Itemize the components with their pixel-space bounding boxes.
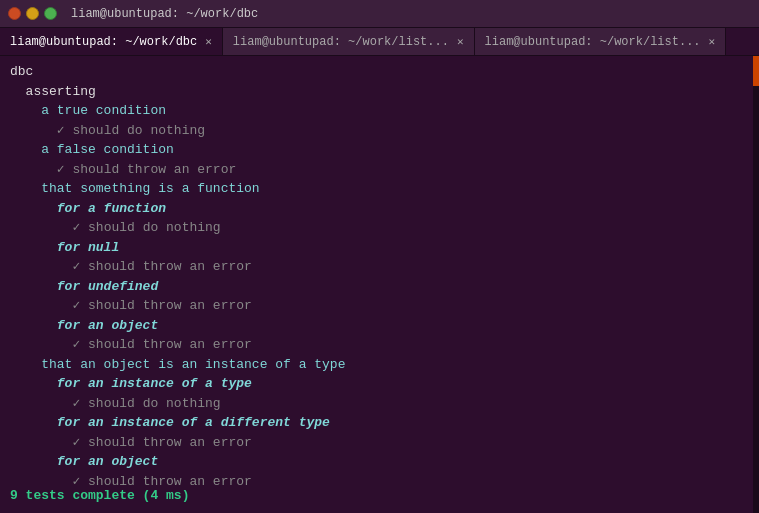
scrollbar-thumb[interactable] [753, 56, 759, 86]
terminal-line: for undefined [10, 277, 749, 297]
tab-2-close[interactable]: ✕ [709, 35, 716, 48]
terminal-line: that an object is an instance of a type [10, 355, 749, 375]
terminal-line: a true condition [10, 101, 749, 121]
terminal-line: for null [10, 238, 749, 258]
tab-2[interactable]: liam@ubuntupad: ~/work/list... ✕ [475, 28, 727, 55]
terminal-line: for an object [10, 452, 749, 472]
tab-bar: liam@ubuntupad: ~/work/dbc ✕ liam@ubuntu… [0, 28, 759, 56]
window-title: liam@ubuntupad: ~/work/dbc [71, 7, 258, 21]
window-controls [8, 7, 57, 20]
maximize-button[interactable] [44, 7, 57, 20]
terminal-line: ✓ should throw an error [10, 160, 749, 180]
minimize-button[interactable] [26, 7, 39, 20]
tab-1[interactable]: liam@ubuntupad: ~/work/list... ✕ [223, 28, 475, 55]
terminal-line: for an instance of a type [10, 374, 749, 394]
terminal-line: asserting [10, 82, 749, 102]
terminal-line: ✓ should throw an error [10, 257, 749, 277]
tab-1-close[interactable]: ✕ [457, 35, 464, 48]
terminal-line: dbc [10, 62, 749, 82]
terminal-line: for a function [10, 199, 749, 219]
terminal-line: that something is a function [10, 179, 749, 199]
terminal-line: ✓ should do nothing [10, 218, 749, 238]
tab-1-label: liam@ubuntupad: ~/work/list... [233, 35, 449, 49]
tab-0-close[interactable]: ✕ [205, 35, 212, 48]
tab-2-label: liam@ubuntupad: ~/work/list... [485, 35, 701, 49]
close-button[interactable] [8, 7, 21, 20]
terminal-line: for an object [10, 316, 749, 336]
tab-0-label: liam@ubuntupad: ~/work/dbc [10, 35, 197, 49]
terminal-content: dbc asserting a true condition ✓ should … [0, 56, 759, 513]
status-line: 9 tests complete (4 ms) [10, 486, 189, 506]
terminal-line: ✓ should do nothing [10, 121, 749, 141]
tab-0[interactable]: liam@ubuntupad: ~/work/dbc ✕ [0, 28, 223, 55]
terminal-line: ✓ should throw an error [10, 335, 749, 355]
title-bar: liam@ubuntupad: ~/work/dbc [0, 0, 759, 28]
scrollbar[interactable] [753, 56, 759, 513]
terminal-line: ✓ should do nothing [10, 394, 749, 414]
terminal-line: for an instance of a different type [10, 413, 749, 433]
terminal-line: ✓ should throw an error [10, 433, 749, 453]
terminal-line: ✓ should throw an error [10, 296, 749, 316]
terminal-line: a false condition [10, 140, 749, 160]
terminal-lines: dbc asserting a true condition ✓ should … [10, 62, 749, 491]
